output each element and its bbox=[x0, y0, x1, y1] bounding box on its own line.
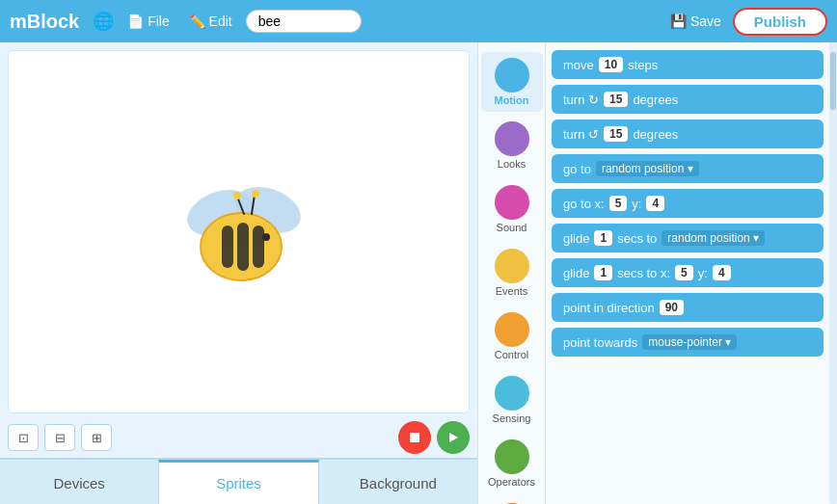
control-circle bbox=[495, 312, 529, 347]
expand-icon[interactable]: ⊡ bbox=[8, 424, 39, 451]
logo: mBlock bbox=[10, 11, 79, 33]
scrollbar[interactable] bbox=[829, 42, 837, 504]
block-glide-random[interactable]: glide 1 secs to random position ▾ bbox=[552, 224, 824, 252]
sensing-circle bbox=[495, 376, 529, 411]
publish-button[interactable]: Publish bbox=[733, 8, 827, 36]
block-goto-y[interactable]: 4 bbox=[646, 196, 664, 211]
block-move-text: move bbox=[563, 58, 594, 72]
block-turn-cw-text: turn ↻ bbox=[563, 93, 599, 107]
block-point-towards-text: point towards bbox=[563, 335, 637, 350]
block-goto-x[interactable]: 5 bbox=[609, 196, 628, 211]
cat-looks[interactable]: Looks bbox=[481, 116, 543, 175]
block-glide-xy-text: glide bbox=[563, 266, 589, 280]
bee-sprite bbox=[162, 170, 316, 295]
play-icon bbox=[446, 431, 460, 444]
block-point-towards-dropdown[interactable]: mouse-pointer ▾ bbox=[642, 334, 737, 350]
block-move-steps: steps bbox=[628, 58, 658, 72]
bottom-tabs: Devices Sprites Background bbox=[0, 458, 477, 504]
block-point-dir[interactable]: point in direction 90 bbox=[552, 293, 824, 322]
cat-control[interactable]: Control bbox=[481, 306, 543, 366]
cat-sound-label: Sound bbox=[497, 222, 527, 233]
block-turn-ccw-deg: degrees bbox=[633, 127, 678, 142]
project-name-input[interactable] bbox=[246, 10, 362, 33]
block-glide-y[interactable]: 4 bbox=[713, 265, 731, 280]
cat-sound[interactable]: Sound bbox=[481, 179, 543, 239]
main-layout: ⊡ ⊟ ⊞ Devices Sprites Background Motion … bbox=[0, 42, 837, 504]
block-glide-x[interactable]: 5 bbox=[675, 265, 693, 280]
tab-sprites[interactable]: Sprites bbox=[158, 460, 318, 504]
category-panel: Motion Looks Sound Events Control Sensin… bbox=[478, 42, 546, 504]
block-glide-to-text: secs to bbox=[617, 231, 657, 246]
svg-point-11 bbox=[233, 192, 241, 199]
blocks-area: move 10 steps turn ↻ 15 degrees turn ↺ 1… bbox=[546, 42, 837, 504]
cat-operators-label: Operators bbox=[488, 476, 535, 488]
svg-rect-6 bbox=[253, 225, 264, 268]
blocks-panel: move 10 steps turn ↻ 15 degrees turn ↺ 1… bbox=[546, 42, 829, 504]
block-goto-random[interactable]: go to random position ▾ bbox=[552, 154, 824, 183]
cat-events[interactable]: Events bbox=[481, 243, 543, 303]
svg-marker-14 bbox=[449, 433, 458, 442]
block-turn-cw-value[interactable]: 15 bbox=[604, 92, 628, 107]
svg-rect-13 bbox=[410, 433, 419, 442]
block-glide-xy-to: secs to x: bbox=[617, 266, 670, 280]
scrollbar-thumb bbox=[830, 52, 836, 110]
stop-button[interactable] bbox=[398, 421, 431, 454]
block-glide-y-label: y: bbox=[698, 266, 708, 280]
block-turn-ccw-value[interactable]: 15 bbox=[604, 126, 628, 142]
looks-circle bbox=[495, 121, 529, 156]
layout-icon[interactable]: ⊞ bbox=[81, 424, 112, 451]
motion-circle bbox=[495, 58, 529, 93]
block-glide-secs[interactable]: 1 bbox=[594, 230, 612, 246]
tab-devices[interactable]: Devices bbox=[0, 460, 158, 504]
block-goto-dropdown[interactable]: random position ▾ bbox=[596, 161, 699, 176]
cat-sensing-label: Sensing bbox=[493, 412, 531, 424]
header: mBlock 🌐 📄 File ✏️ Edit 💾 Save Publish bbox=[0, 0, 837, 42]
svg-point-8 bbox=[262, 233, 270, 241]
operators-circle bbox=[495, 439, 529, 474]
block-move-value[interactable]: 10 bbox=[599, 57, 623, 72]
sound-circle bbox=[495, 185, 529, 220]
svg-point-12 bbox=[252, 190, 259, 198]
tab-background[interactable]: Background bbox=[319, 460, 477, 504]
block-point-dir-text: point in direction bbox=[563, 301, 655, 315]
block-turn-cw-deg: degrees bbox=[633, 93, 678, 107]
cat-looks-label: Looks bbox=[498, 158, 526, 170]
svg-rect-5 bbox=[237, 223, 249, 271]
block-goto-text: go to bbox=[563, 162, 591, 176]
cat-motion-label: Motion bbox=[494, 94, 528, 106]
cat-events-label: Events bbox=[496, 285, 528, 297]
block-glide-xy[interactable]: glide 1 secs to x: 5 y: 4 bbox=[552, 258, 824, 287]
edit-menu[interactable]: ✏️ Edit bbox=[183, 10, 238, 33]
go-button[interactable] bbox=[437, 421, 470, 454]
block-goto-xy[interactable]: go to x: 5 y: 4 bbox=[552, 189, 824, 218]
block-point-dir-value[interactable]: 90 bbox=[660, 300, 684, 315]
cat-operators[interactable]: Operators bbox=[481, 434, 543, 493]
cat-motion[interactable]: Motion bbox=[481, 52, 543, 112]
block-turn-ccw[interactable]: turn ↺ 15 degrees bbox=[552, 119, 824, 148]
block-turn-ccw-text: turn ↺ bbox=[563, 127, 599, 142]
cat-sensing[interactable]: Sensing bbox=[481, 370, 543, 430]
block-glide-dropdown[interactable]: random position ▾ bbox=[662, 230, 765, 246]
left-panel: ⊡ ⊟ ⊞ Devices Sprites Background bbox=[0, 42, 478, 504]
block-move[interactable]: move 10 steps bbox=[552, 50, 824, 79]
block-turn-cw[interactable]: turn ↻ 15 degrees bbox=[552, 85, 824, 114]
cat-more[interactable]: More bbox=[481, 497, 543, 504]
block-goto-xy-text: go to x: bbox=[563, 197, 605, 211]
globe-icon[interactable]: 🌐 bbox=[93, 11, 114, 32]
cat-control-label: Control bbox=[495, 349, 528, 360]
canvas-controls: ⊡ ⊟ ⊞ bbox=[0, 417, 477, 458]
events-circle bbox=[495, 249, 529, 283]
fullscreen-icon[interactable]: ⊟ bbox=[44, 424, 75, 451]
svg-rect-4 bbox=[222, 225, 233, 268]
block-glide-text: glide bbox=[563, 231, 589, 246]
file-menu[interactable]: 📄 File bbox=[122, 10, 175, 33]
canvas-area bbox=[8, 50, 470, 413]
stop-icon bbox=[408, 431, 421, 444]
save-button[interactable]: 💾 Save bbox=[670, 13, 721, 29]
block-goto-y-label: y: bbox=[632, 197, 641, 211]
block-point-towards[interactable]: point towards mouse-pointer ▾ bbox=[552, 328, 824, 357]
block-glide-xy-secs[interactable]: 1 bbox=[594, 265, 612, 280]
